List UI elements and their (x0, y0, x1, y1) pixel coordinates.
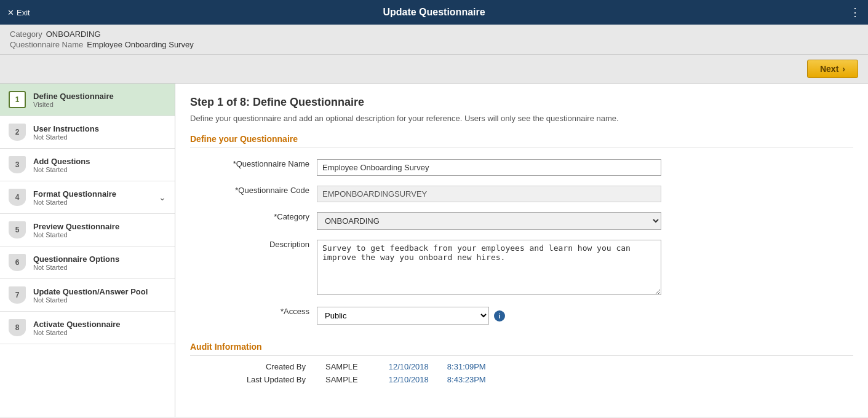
questionnaire-name-header-value: Employee Onboarding Survey (87, 40, 193, 49)
category-value: ONBOARDING (46, 30, 101, 39)
step-title: Step 1 of 8: Define Questionnaire (190, 96, 853, 109)
sidebar-item-5-title: Preview Questionnaire (33, 222, 119, 231)
sidebar: 1 Define Questionnaire Visited 2 User In… (0, 84, 175, 417)
sidebar-item-1[interactable]: 1 Define Questionnaire Visited (0, 84, 175, 116)
sidebar-item-3-text: Add Questions Not Started (33, 157, 90, 173)
sidebar-item-2[interactable]: 2 User Instructions Not Started (0, 116, 175, 149)
created-date: 12/10/2018 (389, 362, 429, 371)
sidebar-item-6-status: Not Started (33, 264, 119, 271)
category-label: Category (10, 30, 42, 39)
chevron-down-icon: ⌄ (159, 192, 166, 202)
step-6-icon: 6 (9, 254, 26, 271)
sidebar-item-5-status: Not Started (33, 231, 119, 239)
sidebar-item-3-title: Add Questions (33, 157, 90, 166)
questionnaire-name-row: *Questionnaire Name (190, 154, 853, 181)
sidebar-item-6-title: Questionnaire Options (33, 254, 119, 264)
step-2-icon: 2 (9, 124, 26, 141)
sidebar-item-7[interactable]: 7 Update Question/Answer Pool Not Starte… (0, 279, 175, 312)
step-5-icon: 5 (9, 221, 26, 239)
exit-button[interactable]: ✕ Exit (7, 8, 30, 17)
updated-by-label: Last Updated By (190, 375, 313, 384)
sidebar-item-8-title: Activate Questionnaire (33, 320, 121, 329)
content-area: Step 1 of 8: Define Questionnaire Define… (175, 84, 868, 417)
exit-label: Exit (17, 8, 30, 17)
more-options-icon[interactable]: ⋮ (850, 6, 861, 19)
category-row: *Category ONBOARDING (190, 207, 853, 235)
step-8-icon: 8 (9, 319, 26, 336)
main-layout: 1 Define Questionnaire Visited 2 User In… (0, 84, 868, 417)
access-field-label: *Access (190, 302, 313, 329)
audit-section: Created By SAMPLE 12/10/2018 8:31:09PM L… (190, 362, 853, 384)
access-row: *Access Public i (190, 302, 853, 329)
sidebar-item-1-text: Define Questionnaire Visited (33, 92, 114, 108)
sidebar-item-8[interactable]: 8 Activate Questionnaire Not Started (0, 312, 175, 344)
sidebar-item-7-status: Not Started (33, 296, 148, 304)
sidebar-item-2-text: User Instructions Not Started (33, 124, 99, 141)
sub-header: Category ONBOARDING Questionnaire Name E… (0, 25, 868, 55)
updated-time: 8:43:23PM (447, 375, 486, 384)
updated-by-value: SAMPLE (325, 375, 358, 384)
sidebar-item-4-status: Not Started (33, 199, 116, 206)
app-title: Update Questionnaire (383, 7, 485, 18)
next-label: Next (820, 64, 838, 74)
step-description: Define your questionnaire and add an opt… (190, 114, 853, 123)
sidebar-item-5[interactable]: 5 Preview Questionnaire Not Started (0, 214, 175, 246)
sidebar-item-3[interactable]: 3 Add Questions Not Started (0, 149, 175, 181)
questionnaire-code-field-label: *Questionnaire Code (190, 181, 313, 207)
sidebar-item-6[interactable]: 6 Questionnaire Options Not Started (0, 246, 175, 279)
sidebar-item-7-title: Update Question/Answer Pool (33, 287, 148, 296)
define-section-title: Define your Questionnaire (190, 134, 853, 148)
created-by-row: Created By SAMPLE 12/10/2018 8:31:09PM (190, 362, 853, 371)
sidebar-item-7-text: Update Question/Answer Pool Not Started (33, 287, 148, 304)
sidebar-item-1-status: Visited (33, 101, 114, 108)
step-3-icon: 3 (9, 156, 26, 173)
app-header: ✕ Exit Update Questionnaire ⋮ (0, 0, 868, 25)
close-icon: ✕ (7, 8, 14, 17)
step-4-icon: 4 (9, 189, 26, 206)
sidebar-item-3-status: Not Started (33, 166, 90, 173)
access-row-container: Public i (317, 307, 850, 325)
access-select[interactable]: Public (317, 307, 489, 325)
sidebar-item-8-text: Activate Questionnaire Not Started (33, 320, 121, 336)
category-field-label: *Category (190, 207, 313, 235)
step-7-icon: 7 (9, 286, 26, 304)
description-field-label: Description (190, 235, 313, 302)
next-arrow-icon: › (842, 64, 845, 74)
questionnaire-code-input (317, 186, 661, 202)
sidebar-item-4-title: Format Questionnaire (33, 189, 116, 199)
questionnaire-name-label: Questionnaire Name (10, 40, 83, 49)
created-time: 8:31:09PM (447, 362, 486, 371)
sidebar-item-8-status: Not Started (33, 329, 121, 336)
info-icon[interactable]: i (494, 310, 505, 321)
sidebar-item-2-title: User Instructions (33, 124, 99, 133)
questionnaire-code-row: *Questionnaire Code (190, 181, 853, 207)
toolbar: Next › (0, 55, 868, 84)
updated-date: 12/10/2018 (389, 375, 429, 384)
created-by-label: Created By (190, 362, 313, 371)
sidebar-item-6-text: Questionnaire Options Not Started (33, 254, 119, 271)
step-1-icon: 1 (9, 91, 26, 108)
define-form: *Questionnaire Name *Questionnaire Code … (190, 154, 853, 329)
sidebar-item-1-title: Define Questionnaire (33, 92, 114, 101)
questionnaire-name-field-label: *Questionnaire Name (190, 154, 313, 181)
questionnaire-name-input[interactable] (317, 159, 661, 176)
category-select[interactable]: ONBOARDING (317, 212, 661, 230)
sidebar-item-2-status: Not Started (33, 133, 99, 141)
next-button[interactable]: Next › (807, 60, 858, 78)
sidebar-item-4[interactable]: 4 Format Questionnaire Not Started ⌄ (0, 181, 175, 214)
description-row: Description (190, 235, 853, 302)
description-textarea[interactable] (317, 240, 661, 295)
sidebar-item-5-text: Preview Questionnaire Not Started (33, 222, 119, 239)
created-by-value: SAMPLE (325, 362, 358, 371)
sidebar-item-4-text: Format Questionnaire Not Started (33, 189, 116, 206)
audit-section-title: Audit Information (190, 342, 853, 356)
updated-by-row: Last Updated By SAMPLE 12/10/2018 8:43:2… (190, 375, 853, 384)
